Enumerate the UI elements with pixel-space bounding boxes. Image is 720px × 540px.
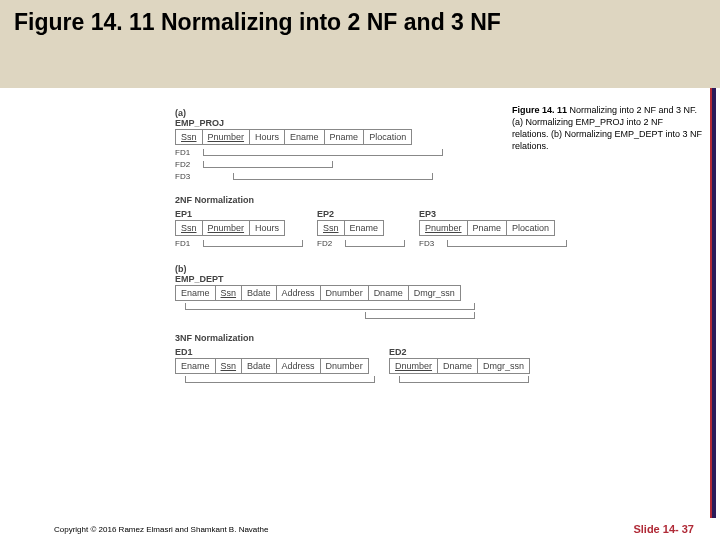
copyright-text: Copyright © 2016 Ramez Elmasri and Shamk… [54,525,268,534]
section-b: (b) EMP_DEPT Ename Ssn Bdate Address Dnu… [175,264,575,319]
slide-footer: Copyright © 2016 Ramez Elmasri and Shamk… [0,518,720,540]
relation-ed1: ED1 Ename Ssn Bdate Address Dnumber [175,347,375,383]
label-b: (b) [175,264,187,274]
relation-emp-proj: EMP_PROJ Ssn Pnumber Hours Ename Pname P… [175,118,575,181]
relation-ed2: ED2 Dnumber Dname Dmgr_ssn [389,347,530,383]
section-a: (a) EMP_PROJ Ssn Pnumber Hours Ename Pna… [175,108,575,181]
slide-body: Figure 14. 11 Normalizing into 2 NF and … [0,88,720,518]
relation-ep2: EP2 Ssn Ename FD2 [317,209,405,248]
slide-title-bar: Figure 14. 11 Normalizing into 2 NF and … [0,0,720,88]
relation-ep3: EP3 Pnumber Pname Plocation FD3 [419,209,567,248]
relation-ep1: EP1 Ssn Pnumber Hours FD1 [175,209,303,248]
label-a: (a) [175,108,186,118]
label-2nf: 2NF Normalization [175,195,575,205]
accent-stripe [710,88,716,518]
row-ed: ED1 Ename Ssn Bdate Address Dnumber ED2 … [175,347,575,383]
row-ep: EP1 Ssn Pnumber Hours FD1 EP2 Ssn Ename … [175,209,575,248]
relation-emp-dept: EMP_DEPT Ename Ssn Bdate Address Dnumber… [175,274,575,319]
slide-title: Figure 14. 11 Normalizing into 2 NF and … [14,8,706,38]
slide-number: Slide 14- 37 [633,523,694,535]
normalization-diagram: (a) EMP_PROJ Ssn Pnumber Hours Ename Pna… [175,108,575,383]
label-3nf: 3NF Normalization [175,333,575,343]
